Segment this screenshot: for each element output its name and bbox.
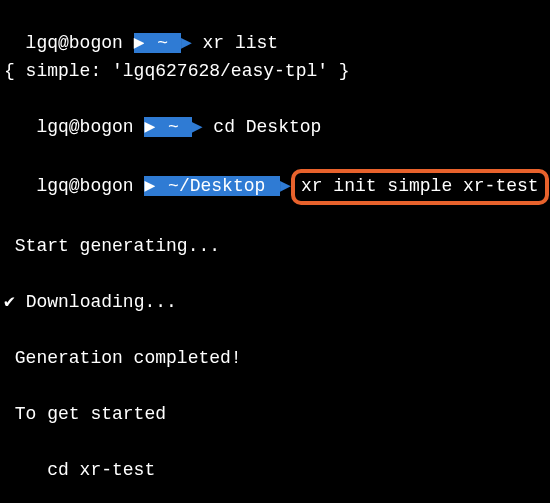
command-text: xr list	[192, 33, 278, 53]
prompt-line-3: lgq@bogon ▶ ~/Desktop ▶xr init simple xr…	[0, 141, 550, 205]
arrow-end-icon: ▶	[181, 33, 192, 53]
arrow-icon: ▶	[134, 33, 145, 53]
output-cd: cd xr-test	[0, 457, 550, 485]
arrow-end-icon: ▶	[192, 117, 203, 137]
output-downloading: ✔ Downloading...	[0, 289, 550, 317]
arrow-end-icon: ▶	[280, 176, 291, 196]
downloading-text: Downloading...	[15, 292, 177, 312]
arrow-icon: ▶	[144, 117, 155, 137]
command-text: cd Desktop	[203, 117, 322, 137]
output-completed: Generation completed!	[0, 345, 550, 373]
output-list: { simple: 'lgq627628/easy-tpl' }	[0, 58, 550, 86]
output-generating: Start generating...	[0, 233, 550, 261]
user-host: lgq@bogon	[26, 176, 145, 196]
path-segment: ~/Desktop	[155, 176, 280, 196]
prompt-line-1: lgq@bogon ▶ ~ ▶ xr list	[0, 2, 550, 58]
path-segment: ~	[144, 33, 180, 53]
output-getstarted: To get started	[0, 401, 550, 429]
arrow-icon: ▶	[144, 176, 155, 196]
highlighted-command: xr init simple xr-test	[291, 169, 549, 205]
user-host: lgq@bogon	[26, 117, 145, 137]
path-segment: ~	[155, 117, 191, 137]
prompt-line-2: lgq@bogon ▶ ~ ▶ cd Desktop	[0, 86, 550, 142]
command-text: xr init simple xr-test	[301, 176, 539, 196]
user-host: lgq@bogon	[26, 33, 134, 53]
check-icon: ✔	[4, 292, 15, 312]
